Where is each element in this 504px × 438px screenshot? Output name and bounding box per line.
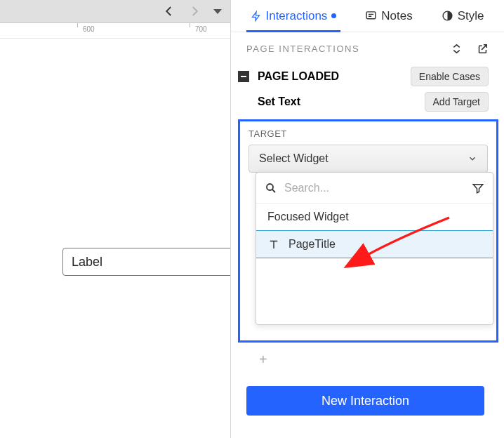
design-canvas[interactable]: Label [0, 39, 230, 438]
enable-cases-button[interactable]: Enable Cases [411, 67, 489, 86]
svg-rect-0 [366, 12, 376, 19]
tab-label: Style [458, 9, 484, 23]
filter-icon[interactable] [472, 182, 484, 194]
target-dropdown: Focused Widget PageTitle [256, 172, 493, 325]
target-editor: TARGET Select Widget Focused Widget [238, 119, 498, 343]
ruler-tick: 600 [83, 25, 95, 33]
tab-label: Interactions [265, 9, 327, 23]
action-name: Set Text [258, 95, 425, 108]
text-widget-icon [267, 238, 280, 251]
chevron-down-icon [467, 154, 477, 164]
tab-interactions[interactable]: Interactions [246, 0, 340, 32]
panel-tabs: Interactions Notes Style [231, 0, 504, 32]
collapse-toggle[interactable] [238, 71, 249, 82]
dropdown-option-pagetitle[interactable]: PageTitle [256, 230, 493, 258]
dropdown-option-label: Focused Widget [267, 211, 349, 223]
event-row[interactable]: PAGE LOADED Enable Cases [231, 65, 504, 88]
tab-style[interactable]: Style [437, 0, 489, 32]
event-name: PAGE LOADED [258, 70, 411, 83]
tab-label: Notes [381, 9, 412, 23]
lightning-icon [251, 10, 261, 22]
section-title: PAGE INTERACTIONS [246, 44, 359, 54]
inspector-panel: Interactions Notes Style PAGE INTERACTIO… [230, 0, 504, 438]
action-row[interactable]: Set Text Add Target [231, 88, 504, 115]
open-external-icon[interactable] [477, 43, 489, 55]
back-button[interactable] [163, 5, 175, 18]
collapse-all-icon[interactable] [451, 43, 463, 55]
ruler-tick: 700 [195, 25, 207, 33]
note-icon [365, 10, 377, 22]
new-interaction-button[interactable]: New Interaction [246, 386, 484, 416]
target-select[interactable]: Select Widget [248, 145, 488, 173]
search-input[interactable] [284, 182, 465, 194]
add-action-button[interactable]: + [231, 343, 504, 366]
page-dropdown-caret[interactable] [213, 9, 222, 14]
target-label: TARGET [248, 128, 488, 139]
forward-button[interactable] [188, 5, 201, 18]
style-icon [442, 10, 453, 22]
horizontal-ruler: 600 700 [0, 23, 230, 39]
dropdown-option-focused-widget[interactable]: Focused Widget [256, 204, 493, 230]
unsaved-dot-icon [331, 13, 336, 18]
dropdown-option-label: PageTitle [289, 238, 336, 251]
page-interactions-header: PAGE INTERACTIONS [231, 32, 504, 65]
search-row [256, 173, 493, 204]
label-widget-text: Label [72, 255, 102, 270]
label-widget[interactable]: Label [62, 248, 239, 276]
svg-point-2 [267, 184, 273, 190]
search-icon [265, 182, 277, 194]
canvas-nav-toolbar [0, 0, 230, 23]
target-select-text: Select Widget [259, 152, 329, 165]
tab-notes[interactable]: Notes [361, 0, 416, 32]
add-target-button[interactable]: Add Target [425, 92, 489, 112]
